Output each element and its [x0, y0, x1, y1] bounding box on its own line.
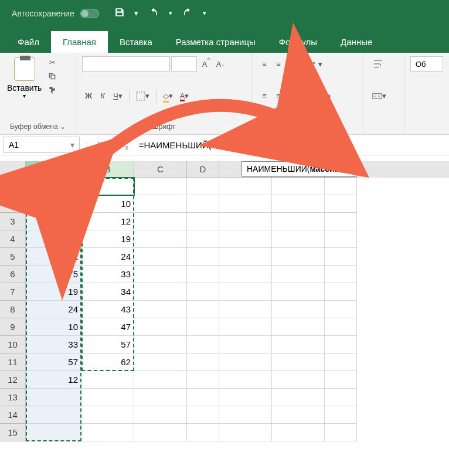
cell[interactable]	[134, 424, 187, 441]
cell[interactable]	[219, 353, 272, 371]
cell[interactable]	[81, 424, 134, 441]
cell[interactable]	[187, 371, 219, 389]
cell[interactable]	[325, 178, 357, 195]
cell[interactable]	[219, 318, 272, 336]
cell[interactable]: 62	[81, 353, 134, 371]
formula-input[interactable]: =НАИМЕНЬШИЙ(А:А;СТРОКА(А1))	[134, 140, 449, 150]
row-header[interactable]: 5	[0, 248, 26, 266]
cell[interactable]	[219, 230, 272, 248]
decrease-indent-icon[interactable]: ⇤	[307, 89, 319, 104]
tab-файл[interactable]: Файл	[6, 31, 51, 53]
cell[interactable]	[134, 266, 187, 283]
bold-button[interactable]: Ж	[82, 89, 95, 104]
cell[interactable]: 57	[26, 353, 81, 371]
cell[interactable]	[187, 353, 219, 371]
cell[interactable]	[325, 371, 357, 389]
cell[interactable]	[26, 424, 81, 441]
cell[interactable]	[272, 283, 325, 301]
cell[interactable]	[219, 266, 272, 283]
cell[interactable]	[272, 178, 325, 195]
cell[interactable]	[81, 389, 134, 406]
underline-button[interactable]: Ч ▾	[110, 89, 125, 104]
cell[interactable]: 24	[26, 301, 81, 318]
cell[interactable]	[134, 230, 187, 248]
cell[interactable]: 19	[26, 283, 81, 301]
cell[interactable]	[134, 406, 187, 424]
number-format-box[interactable]: Об	[410, 56, 443, 72]
cell[interactable]	[187, 283, 219, 301]
tab-вставка[interactable]: Вставка	[108, 31, 164, 53]
cell[interactable]	[272, 230, 325, 248]
cell[interactable]: 34	[26, 195, 81, 213]
cell[interactable]	[325, 389, 357, 406]
save-icon[interactable]	[114, 7, 125, 19]
cell[interactable]	[187, 248, 219, 266]
cell[interactable]	[272, 195, 325, 213]
cell[interactable]	[219, 213, 272, 230]
cell[interactable]	[187, 195, 219, 213]
cell[interactable]	[219, 424, 272, 441]
cut-icon[interactable]: ✂	[46, 56, 58, 68]
merge-cells-icon[interactable]: ▾	[369, 89, 389, 104]
cell[interactable]	[325, 424, 357, 441]
name-box[interactable]: A1 ▾	[4, 137, 80, 153]
row-header[interactable]: 1	[0, 178, 26, 195]
cell[interactable]	[134, 178, 187, 195]
cell[interactable]	[272, 301, 325, 318]
align-top-icon[interactable]: ≡	[258, 56, 271, 72]
dropdown-icon[interactable]: ▾	[23, 93, 26, 99]
cell[interactable]: 12	[26, 371, 81, 389]
cell[interactable]	[272, 213, 325, 230]
cell[interactable]	[134, 248, 187, 266]
cell[interactable]	[187, 406, 219, 424]
cell[interactable]	[134, 371, 187, 389]
cell[interactable]	[219, 336, 272, 353]
dropdown-icon[interactable]: ▾	[169, 9, 172, 17]
row-header[interactable]: 13	[0, 389, 26, 406]
cell[interactable]	[187, 336, 219, 353]
column-header-B[interactable]: B	[81, 161, 134, 178]
cell[interactable]	[134, 213, 187, 230]
dropdown-icon[interactable]: ▾	[134, 9, 138, 18]
row-header[interactable]: 7	[0, 283, 26, 301]
cell[interactable]	[219, 371, 272, 389]
autosave-toggle[interactable]: Автосохранение	[12, 9, 99, 18]
row-header[interactable]: 9	[0, 318, 26, 336]
row-header[interactable]: 8	[0, 301, 26, 318]
font-size-box[interactable]	[171, 56, 197, 72]
cell[interactable]	[187, 301, 219, 318]
cell[interactable]: 57	[81, 336, 134, 353]
cell[interactable]	[325, 213, 357, 230]
dropdown-icon[interactable]: ▾	[203, 9, 206, 17]
copy-icon[interactable]	[46, 70, 58, 82]
cell[interactable]	[272, 353, 325, 371]
align-bottom-icon[interactable]: ≡	[286, 56, 299, 72]
cell[interactable]	[325, 336, 357, 353]
dropdown-icon[interactable]: ▾	[70, 140, 74, 149]
cell[interactable]: 33	[26, 336, 81, 353]
cell[interactable]: 19	[81, 230, 134, 248]
cell[interactable]: 47	[81, 318, 134, 336]
cell[interactable]	[187, 266, 219, 283]
font-name-box[interactable]	[82, 56, 170, 72]
cell[interactable]	[219, 195, 272, 213]
row-header[interactable]: 4	[0, 230, 26, 248]
align-center-icon[interactable]: ≡	[272, 89, 285, 104]
wrap-text-icon[interactable]	[369, 56, 389, 72]
cell[interactable]	[187, 389, 219, 406]
cell[interactable]	[325, 406, 357, 424]
row-header[interactable]: 2	[0, 195, 26, 213]
cell[interactable]: 43	[81, 301, 134, 318]
cell[interactable]	[272, 248, 325, 266]
tab-разметка страницы[interactable]: Разметка страницы	[164, 31, 267, 53]
fill-color-button[interactable]: ◇ ▾	[160, 89, 176, 104]
tab-главная[interactable]: Главная	[51, 31, 108, 53]
cell[interactable]: 75	[26, 266, 81, 283]
cell[interactable]: 10	[26, 318, 81, 336]
column-header-C[interactable]: C	[134, 161, 187, 178]
cell[interactable]: 62	[26, 213, 81, 230]
undo-icon[interactable]	[148, 7, 159, 19]
cell[interactable]	[272, 266, 325, 283]
cell[interactable]	[187, 424, 219, 441]
row-header[interactable]: 14	[0, 406, 26, 424]
